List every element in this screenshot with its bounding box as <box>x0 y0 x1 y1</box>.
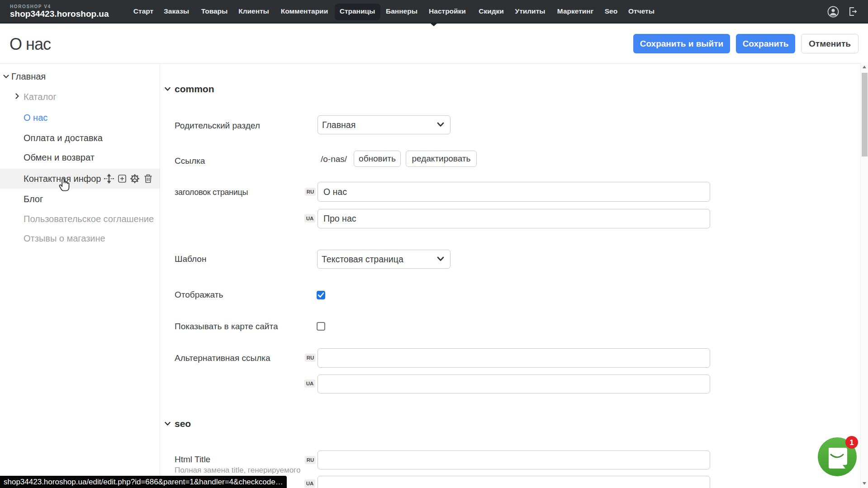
svg-text:1: 1 <box>849 438 854 447</box>
